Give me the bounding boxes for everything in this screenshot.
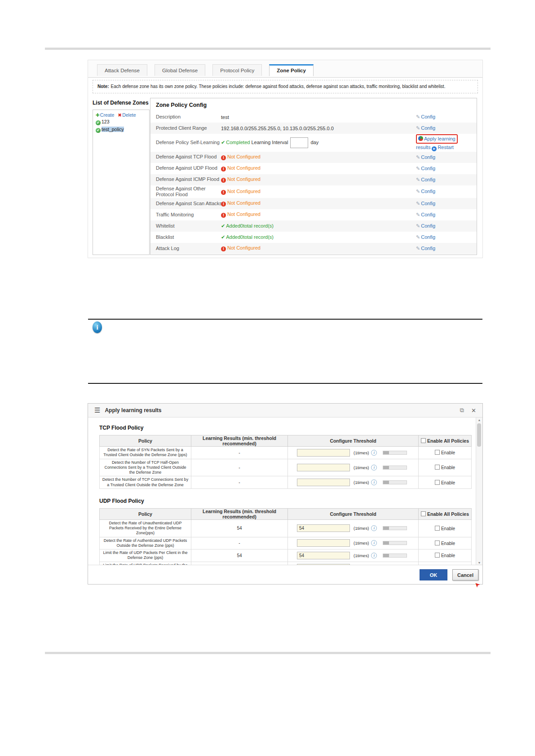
delete-x-icon: ✖ xyxy=(118,112,122,118)
zone-policy-screenshot: Attack DefenseGlobal DefenseProtocol Pol… xyxy=(88,60,483,258)
learning-interval-unit: day xyxy=(310,140,318,145)
config-row-protected-client-range: Protected Client Range192.168.0.0/255.25… xyxy=(150,123,477,134)
config-link-label: Config xyxy=(421,125,435,131)
tab-attack-defense[interactable]: Attack Defense xyxy=(97,64,147,76)
threshold-slider[interactable] xyxy=(383,480,407,484)
restart-icon: ▶ xyxy=(432,146,437,151)
table-header-row: PolicyLearning Results (min. threshold r… xyxy=(100,435,472,447)
ok-button[interactable]: OK xyxy=(420,569,447,580)
config-row-value: !Not Configured xyxy=(221,154,416,160)
times-label: (1times) xyxy=(354,541,369,545)
policy-cell: Limit the Rate of UDP Packets Per Client… xyxy=(100,549,191,562)
threshold-input[interactable] xyxy=(297,552,350,559)
config-row-defense-against-tcp-flood: Defense Against TCP Flood!Not Configured… xyxy=(150,152,477,163)
enable-checkbox[interactable] xyxy=(435,450,440,455)
config-row-description: Descriptiontest✎Config xyxy=(150,111,477,123)
threshold-slider[interactable] xyxy=(383,451,407,455)
tab-protocol-policy[interactable]: Protocol Policy xyxy=(212,64,262,76)
tab-global-defense[interactable]: Global Defense xyxy=(155,64,205,76)
enable-all-checkbox[interactable] xyxy=(421,438,426,443)
info-icon[interactable]: i xyxy=(371,465,377,470)
threshold-input[interactable] xyxy=(297,479,350,486)
info-icon[interactable]: i xyxy=(371,479,377,485)
config-row-action: ✎Config xyxy=(416,154,477,161)
policy-cell: Detect the Number of TCP Connections Sen… xyxy=(100,476,191,489)
config-row-value: !Not Configured xyxy=(221,165,416,171)
config-link[interactable]: ✎Config xyxy=(416,246,435,251)
column-header-enable-all-policies: Enable All Policies xyxy=(419,435,472,447)
table-row: Detect the Number of TCP Half-Open Conne… xyxy=(100,459,472,476)
learning-result-cell: - xyxy=(191,476,288,489)
config-link[interactable]: ✎Config xyxy=(416,189,435,194)
column-header-policy: Policy xyxy=(100,508,191,519)
threshold-cell: (1times)i xyxy=(288,447,419,459)
config-row-attack-log: Attack Log!Not Configured✎Config xyxy=(150,243,477,254)
zone-item-123[interactable]: ✔123 xyxy=(96,119,146,125)
config-row-defense-policy-self-learning: Defense Policy Self-Learning✔Completed L… xyxy=(150,134,477,152)
enable-label: Enable xyxy=(441,480,455,485)
config-row-label: Protected Client Range xyxy=(150,125,221,131)
threshold-slider[interactable] xyxy=(383,541,407,545)
info-icon[interactable]: i xyxy=(371,553,377,558)
apply-learning-label-2[interactable]: results xyxy=(416,145,430,150)
scrollbar-thumb[interactable] xyxy=(477,423,481,447)
scroll-up-arrow-icon[interactable]: ▲ xyxy=(476,418,482,422)
enable-label: Enable xyxy=(441,465,455,470)
config-row-label: Defense Against TCP Flood xyxy=(150,154,221,160)
config-link[interactable]: ✎Config xyxy=(416,166,435,171)
restore-window-icon[interactable]: ⧉ xyxy=(460,407,464,414)
config-link[interactable]: ✎Config xyxy=(416,223,435,229)
config-link[interactable]: ✎Config xyxy=(416,201,435,206)
enable-checkbox[interactable] xyxy=(435,553,440,558)
config-link[interactable]: ✎Config xyxy=(416,114,435,119)
threshold-slider[interactable] xyxy=(383,466,407,470)
table-row: Detect the Rate of Unauthenticated UDP P… xyxy=(100,519,472,537)
learning-interval-input[interactable] xyxy=(290,137,308,148)
threshold-input[interactable] xyxy=(297,524,350,532)
info-icon[interactable]: i xyxy=(371,525,377,531)
threshold-input[interactable] xyxy=(297,449,350,457)
config-link[interactable]: ✎Config xyxy=(416,212,435,217)
enable-checkbox[interactable] xyxy=(435,480,440,485)
enable-checkbox[interactable] xyxy=(435,465,440,470)
page: Attack DefenseGlobal DefenseProtocol Pol… xyxy=(0,0,535,756)
config-row-label: Attack Log xyxy=(150,246,221,251)
config-row-label: Blacklist xyxy=(150,234,221,240)
menu-hamburger-icon[interactable]: ☰ xyxy=(94,406,100,414)
threshold-input[interactable] xyxy=(297,539,350,547)
threshold-slider[interactable] xyxy=(383,554,407,558)
policy-cell: Detect the Rate of Authenticated UDP Pac… xyxy=(100,537,191,549)
create-zone-button[interactable]: ✚Create xyxy=(96,112,114,118)
config-link-label: Config xyxy=(421,201,435,206)
zone-ok-badge-icon: ✔ xyxy=(96,120,101,125)
info-icon[interactable]: i xyxy=(371,450,377,456)
enable-checkbox[interactable] xyxy=(435,541,440,545)
not-configured-text: Not Configured xyxy=(227,245,261,251)
config-link-label: Config xyxy=(421,223,435,229)
enable-checkbox[interactable] xyxy=(435,526,440,531)
apply-learning-results-dialog: ☰ Apply learning results ⧉ ✕ TCP Flood P… xyxy=(88,403,483,585)
threshold-input[interactable] xyxy=(297,464,350,471)
threshold-slider[interactable] xyxy=(383,526,407,530)
config-link[interactable]: ✎Config xyxy=(416,154,435,160)
config-link[interactable]: ✎Config xyxy=(416,234,435,240)
tab-zone-policy[interactable]: Zone Policy xyxy=(269,64,314,76)
config-link[interactable]: ✎Config xyxy=(416,125,435,131)
zone-items: ✔123✔test_policy xyxy=(96,119,146,133)
delete-zone-button[interactable]: ✖Delete xyxy=(118,112,136,118)
config-link[interactable]: ✎Config xyxy=(416,177,435,182)
zone-item-test-policy[interactable]: ✔test_policy xyxy=(96,127,146,133)
vertical-scrollbar[interactable]: ▲ ▼ xyxy=(476,418,482,565)
config-row-defense-against-scan-attacks: Defense Against Scan Attacks!Not Configu… xyxy=(150,198,477,209)
enable-cell: Enable xyxy=(419,459,472,476)
close-icon[interactable]: ✕ xyxy=(471,407,476,414)
pencil-icon: ✎ xyxy=(416,201,420,206)
page-top-rule xyxy=(45,48,491,50)
config-row-blacklist: Blacklist✔Added0total record(s)✎Config xyxy=(150,232,477,243)
info-icon[interactable]: i xyxy=(371,540,377,546)
scroll-down-arrow-icon[interactable]: ▼ xyxy=(476,561,482,564)
restart-link[interactable]: Restart xyxy=(438,145,453,150)
enable-all-checkbox[interactable] xyxy=(421,511,426,516)
cancel-button[interactable]: Cancel xyxy=(452,569,478,580)
apply-learning-results-link[interactable]: Apply learning xyxy=(416,134,458,144)
